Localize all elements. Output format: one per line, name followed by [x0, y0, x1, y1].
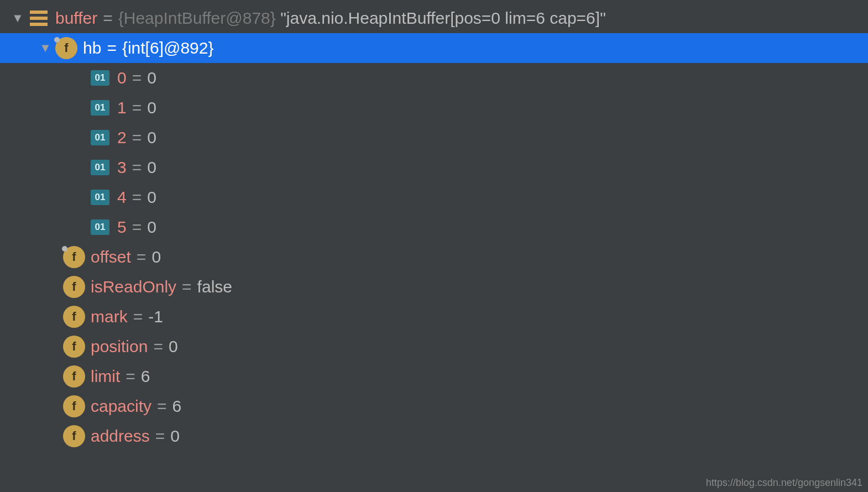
var-name: address [91, 421, 150, 451]
tree-row-array-item[interactable]: 014 = 0 [0, 182, 868, 212]
var-value: "java.nio.HeapIntBuffer[pos=0 lim=6 cap=… [280, 3, 606, 33]
var-name: isReadOnly [91, 272, 176, 302]
var-name: 5 [117, 212, 127, 242]
primitive-icon: 01 [91, 190, 109, 205]
equals-sign: = [157, 391, 167, 421]
primitive-icon: 01 [91, 160, 109, 175]
field-icon: f [63, 306, 85, 328]
var-name: position [91, 332, 148, 362]
watermark-text: https://blog.csdn.net/gongsenlin341 [706, 477, 862, 489]
equals-sign: = [155, 421, 165, 451]
equals-sign: = [132, 153, 142, 182]
equals-sign: = [132, 123, 142, 153]
tree-row-field[interactable]: fposition = 0 [0, 332, 868, 362]
tree-row-hb[interactable]: ▼ f hb = {int[6]@892} [0, 33, 868, 63]
var-value: 0 [170, 421, 180, 451]
var-value: 0 [147, 153, 156, 182]
equals-sign: = [126, 362, 135, 391]
tree-row-field[interactable]: fisReadOnly = false [0, 272, 868, 302]
var-value: false [197, 272, 232, 302]
field-icon: f [55, 37, 77, 59]
field-icon: f [63, 365, 85, 388]
var-name: 2 [117, 123, 127, 153]
primitive-icon: 01 [91, 70, 109, 86]
variables-tree: ▼ buffer = {HeapIntBuffer@878} "java.nio… [0, 0, 868, 451]
equals-sign: = [132, 212, 142, 242]
equals-sign: = [132, 182, 142, 212]
var-type: {HeapIntBuffer@878} [118, 3, 276, 33]
tree-row-array-item[interactable]: 012 = 0 [0, 123, 868, 153]
tree-row-array-item[interactable]: 015 = 0 [0, 212, 868, 242]
var-name: mark [91, 302, 128, 332]
var-value: -1 [148, 302, 163, 332]
var-value: 0 [169, 332, 178, 362]
primitive-icon: 01 [91, 100, 109, 116]
var-value: 0 [151, 242, 161, 272]
var-name: capacity [91, 391, 151, 421]
equals-sign: = [132, 63, 142, 93]
field-icon: f [63, 395, 85, 417]
var-value: 0 [147, 63, 156, 93]
primitive-icon: 01 [91, 130, 109, 145]
tree-row-array-item[interactable]: 010 = 0 [0, 63, 868, 93]
field-icon: f [63, 336, 85, 358]
var-name: offset [91, 242, 131, 272]
var-name: 3 [117, 153, 127, 182]
field-icon: f [63, 425, 85, 447]
equals-sign: = [107, 33, 117, 63]
var-name: 4 [117, 182, 127, 212]
equals-sign: = [153, 332, 163, 362]
primitive-icon: 01 [91, 219, 109, 235]
var-value: 0 [147, 93, 156, 123]
tree-row-field[interactable]: fcapacity = 6 [0, 391, 868, 421]
tree-row-buffer[interactable]: ▼ buffer = {HeapIntBuffer@878} "java.nio… [0, 3, 868, 33]
var-value: {int[6]@892} [122, 33, 214, 63]
var-value: 0 [147, 182, 156, 212]
tree-row-array-item[interactable]: 011 = 0 [0, 93, 868, 123]
equals-sign: = [103, 3, 113, 33]
equals-sign: = [182, 272, 192, 302]
tree-row-field[interactable]: faddress = 0 [0, 421, 868, 451]
equals-sign: = [133, 302, 143, 332]
field-icon: f [63, 276, 85, 298]
field-icon: f [63, 246, 85, 268]
equals-sign: = [132, 93, 142, 123]
tree-row-field[interactable]: foffset = 0 [0, 242, 868, 272]
equals-sign: = [137, 242, 147, 272]
tree-row-array-item[interactable]: 013 = 0 [0, 153, 868, 182]
object-icon [28, 7, 50, 29]
var-value: 6 [172, 391, 182, 421]
expand-arrow-icon[interactable]: ▼ [35, 33, 55, 63]
var-name: buffer [55, 3, 97, 33]
tree-row-field[interactable]: flimit = 6 [0, 362, 868, 391]
var-value: 6 [141, 362, 150, 391]
var-value: 0 [147, 212, 156, 242]
var-name: limit [91, 362, 120, 391]
var-name: hb [83, 33, 101, 63]
var-name: 1 [117, 93, 127, 123]
tree-row-field[interactable]: fmark = -1 [0, 302, 868, 332]
var-value: 0 [147, 123, 156, 153]
var-name: 0 [117, 63, 127, 93]
expand-arrow-icon[interactable]: ▼ [8, 3, 28, 33]
